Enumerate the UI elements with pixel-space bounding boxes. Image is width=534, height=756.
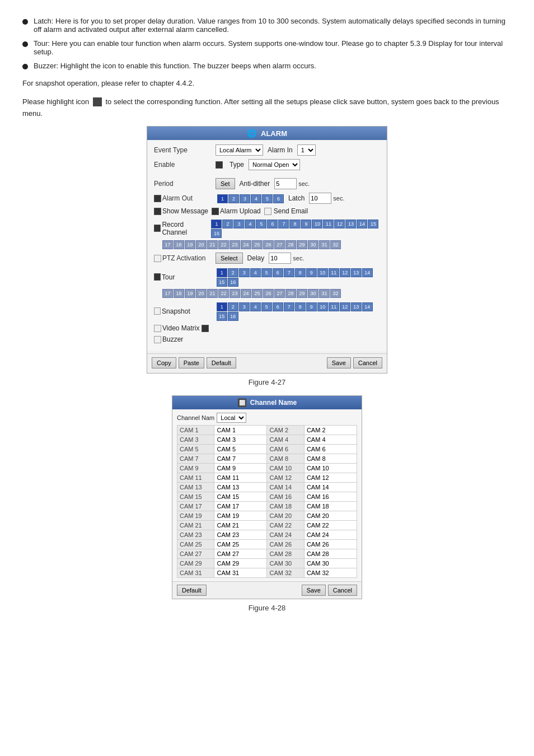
rc-cam-7[interactable]: 7	[278, 220, 289, 228]
rc-cam-12[interactable]: 12	[334, 220, 345, 228]
channel-default-button[interactable]: Default	[177, 585, 207, 596]
channel-input-col1[interactable]	[217, 436, 250, 443]
rc-cam-2[interactable]: 2	[222, 220, 233, 228]
ptz-select-button[interactable]: Select	[216, 253, 243, 264]
tour-cam-23[interactable]: 23	[229, 289, 240, 298]
rc-cam-9[interactable]: 9	[301, 220, 311, 228]
tour-cam-19[interactable]: 19	[185, 289, 195, 298]
rc-cam-10[interactable]: 10	[312, 220, 322, 228]
channel-input-col3[interactable]	[307, 474, 340, 481]
channel-input-col1[interactable]	[217, 503, 250, 510]
alarm-out-checkbox[interactable]	[154, 195, 161, 202]
rc-cam-30[interactable]: 30	[308, 240, 318, 249]
cam-box-2[interactable]: 2	[228, 194, 239, 203]
tour-cam-28[interactable]: 28	[285, 289, 296, 298]
channel-input-col1[interactable]	[217, 512, 250, 519]
tour-cam-9[interactable]: 9	[306, 268, 317, 277]
cam-box-5[interactable]: 5	[262, 194, 273, 203]
snap-cam-11[interactable]: 11	[329, 302, 339, 311]
channel-input-col1[interactable]	[217, 493, 250, 500]
channel-input-col1[interactable]	[217, 550, 250, 557]
snap-cam-15[interactable]: 15	[217, 312, 227, 321]
tour-cam-10[interactable]: 10	[317, 268, 328, 277]
alarm-save-button[interactable]: Save	[327, 357, 351, 368]
tour-cam-22[interactable]: 22	[218, 289, 229, 298]
record-channel-checkbox[interactable]	[154, 225, 161, 232]
channel-input-col3[interactable]	[307, 455, 340, 462]
snap-cam-7[interactable]: 7	[284, 302, 294, 311]
cam-box-6[interactable]: 6	[273, 194, 284, 203]
rc-cam-25[interactable]: 25	[252, 240, 263, 249]
rc-cam-24[interactable]: 24	[241, 240, 251, 249]
send-email-checkbox[interactable]	[264, 208, 271, 215]
tour-cam-31[interactable]: 31	[319, 289, 330, 298]
tour-cam-13[interactable]: 13	[351, 268, 362, 277]
channel-input-col1[interactable]	[217, 484, 250, 491]
channel-input-col3[interactable]	[307, 541, 340, 548]
rc-cam-23[interactable]: 23	[229, 240, 240, 249]
event-type-select[interactable]: Local Alarm	[216, 144, 263, 156]
tour-cam-26[interactable]: 26	[263, 289, 274, 298]
channel-input-col3[interactable]	[307, 446, 340, 452]
rc-cam-21[interactable]: 21	[207, 240, 218, 249]
channel-input-col3[interactable]	[307, 465, 340, 472]
rc-cam-14[interactable]: 14	[357, 220, 367, 228]
channel-input-col1[interactable]	[217, 427, 250, 433]
tour-cam-24[interactable]: 24	[241, 289, 251, 298]
tour-cam-30[interactable]: 30	[308, 289, 318, 298]
tour-cam-1[interactable]: 1	[217, 268, 227, 277]
enable-checkbox[interactable]	[216, 161, 223, 169]
rc-cam-13[interactable]: 13	[345, 220, 356, 228]
snap-cam-1[interactable]: 1	[217, 302, 227, 311]
tour-cam-5[interactable]: 5	[261, 268, 272, 277]
snap-cam-8[interactable]: 8	[295, 302, 306, 311]
channel-input-col3[interactable]	[307, 503, 340, 510]
paste-button[interactable]: Paste	[179, 357, 204, 368]
rc-cam-16[interactable]: 16	[211, 229, 222, 238]
cam-box-1[interactable]: 1	[217, 194, 228, 203]
copy-button[interactable]: Copy	[152, 357, 176, 368]
video-matrix-checkbox[interactable]	[154, 325, 161, 332]
channel-input-col3[interactable]	[307, 550, 340, 557]
snap-cam-9[interactable]: 9	[306, 302, 317, 311]
latch-input[interactable]	[309, 193, 331, 204]
snap-cam-13[interactable]: 13	[351, 302, 362, 311]
tour-cam-21[interactable]: 21	[207, 289, 218, 298]
tour-cam-8[interactable]: 8	[295, 268, 306, 277]
channel-input-col1[interactable]	[217, 474, 250, 481]
channel-input-col1[interactable]	[217, 560, 250, 567]
rc-cam-5[interactable]: 5	[256, 220, 266, 228]
channel-input-col3[interactable]	[307, 522, 340, 529]
tour-cam-12[interactable]: 12	[340, 268, 350, 277]
rc-cam-22[interactable]: 22	[218, 240, 229, 249]
alarm-in-select[interactable]: 1	[297, 144, 316, 156]
buzzer-checkbox[interactable]	[154, 336, 161, 343]
channel-input-col3[interactable]	[307, 493, 340, 500]
period-set-button[interactable]: Set	[216, 178, 235, 189]
channel-save-button[interactable]: Save	[302, 585, 326, 596]
tour-cam-27[interactable]: 27	[274, 289, 285, 298]
channel-input-col3[interactable]	[307, 570, 340, 576]
rc-cam-19[interactable]: 19	[185, 240, 195, 249]
tour-cam-3[interactable]: 3	[239, 268, 250, 277]
tour-cam-32[interactable]: 32	[330, 289, 341, 298]
rc-cam-29[interactable]: 29	[297, 240, 307, 249]
rc-cam-18[interactable]: 18	[174, 240, 184, 249]
rc-cam-4[interactable]: 4	[245, 220, 255, 228]
channel-input-col3[interactable]	[307, 436, 340, 443]
rc-cam-27[interactable]: 27	[274, 240, 285, 249]
channel-name-select[interactable]: Local	[217, 413, 246, 423]
rc-cam-8[interactable]: 8	[289, 220, 300, 228]
type-select[interactable]: Normal Open	[249, 159, 300, 170]
snap-cam-5[interactable]: 5	[261, 302, 272, 311]
tour-cam-11[interactable]: 11	[329, 268, 339, 277]
tour-cam-29[interactable]: 29	[297, 289, 307, 298]
snap-cam-4[interactable]: 4	[250, 302, 261, 311]
channel-input-col1[interactable]	[217, 531, 250, 538]
rc-cam-15[interactable]: 15	[368, 220, 378, 228]
tour-cam-16[interactable]: 16	[228, 278, 238, 287]
tour-checkbox[interactable]	[154, 273, 161, 281]
alarm-default-button[interactable]: Default	[207, 357, 236, 368]
tour-cam-4[interactable]: 4	[250, 268, 261, 277]
channel-input-col1[interactable]	[217, 455, 250, 462]
